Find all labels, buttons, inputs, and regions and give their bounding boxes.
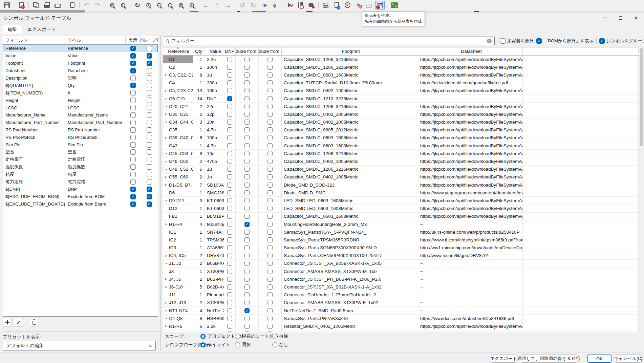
field-groupby-checkbox[interactable] — [147, 53, 152, 59]
radio-icon[interactable] — [200, 342, 206, 347]
field-groupby-checkbox[interactable] — [147, 172, 152, 177]
bom-reference-cell[interactable]: >C5, C23-C26, C28, C2 — [163, 87, 193, 94]
find-icon[interactable] — [107, 1, 117, 9]
bom-exclude-board-checkbox[interactable] — [244, 261, 250, 266]
field-label-cell[interactable]: RS Price/Stock — [65, 135, 126, 140]
bom-datasheet-cell[interactable]: https://jlcpcb.com/api/file/downloadByFi… — [418, 63, 523, 71]
bom-dnp-checkbox[interactable] — [227, 112, 232, 117]
bom-value-cell[interactable]: 22u — [205, 103, 224, 110]
bom-dnp-checkbox[interactable] — [227, 324, 232, 329]
bom-footprint-cell[interactable]: Capacitor_THT:CP_Radial_D10.0mm_P5.00mm — [282, 79, 418, 87]
bom-header-value[interactable]: Value — [205, 47, 224, 55]
field-name-cell[interactable]: LCSC — [3, 105, 65, 110]
bom-dnp-checkbox[interactable] — [227, 127, 232, 132]
bom-reference-cell[interactable]: >C39, C40, C47, C51, C — [163, 134, 193, 142]
bom-value-cell[interactable]: 1u — [205, 166, 224, 173]
bom-header-dnp[interactable]: DNP — [224, 47, 236, 55]
field-label-cell[interactable]: 温度係数 — [65, 164, 126, 170]
field-row[interactable]: LCSC LCSC — [3, 104, 158, 111]
bom-reference-cell[interactable]: J3 — [163, 268, 193, 275]
bom-footprint-cell[interactable]: LED_SMD:LED_0603_1608Metric — [282, 205, 418, 212]
field-groupby-checkbox[interactable] — [147, 83, 152, 88]
bom-exclude-bom-checkbox[interactable] — [267, 316, 273, 321]
bom-value-cell[interactable]: 1u — [205, 71, 224, 79]
field-show-checkbox[interactable] — [130, 164, 136, 170]
bom-value-cell[interactable]: 12p — [205, 110, 224, 118]
field-label-cell[interactable]: Exclude from Board — [65, 201, 126, 207]
bom-footprint-cell[interactable]: Capacitor_SMD:C_1206_3216Metric — [282, 166, 418, 173]
bom-exclude-board-checkbox[interactable] — [244, 167, 250, 172]
bom-value-cell[interactable]: 470p — [205, 157, 224, 165]
bom-exclude-board-checkbox[interactable] — [244, 143, 250, 148]
bom-row[interactable]: C1 1 2.2u Capacitor_SMD:C_1206_3216Metri… — [163, 56, 639, 63]
bom-row[interactable]: >H1-H4 4 MountingHole MountingHole:Mount… — [163, 220, 639, 228]
bom-dnp-checkbox[interactable] — [227, 253, 232, 258]
expand-chevron-icon[interactable]: > — [165, 151, 169, 155]
field-groupby-checkbox[interactable] — [147, 105, 152, 110]
bom-exclude-board-checkbox[interactable] — [244, 284, 250, 290]
bom-qty-cell[interactable]: 1 — [193, 189, 205, 196]
expand-chevron-icon[interactable]: > — [165, 167, 169, 171]
expand-chevron-icon[interactable]: > — [165, 301, 169, 305]
bom-reference-cell[interactable]: >D9-D11 — [163, 197, 193, 204]
bom-row[interactable]: J3 1 XT30PW-M Connector_AMASS:AMASS_XT30… — [163, 268, 639, 275]
bom-reference-cell[interactable]: C35 — [163, 126, 193, 134]
fields-header-groupby[interactable]: グループ化 — [141, 36, 158, 44]
bom-footprint-cell[interactable]: SamacSys_Parts:RGY-_S-PVQFN-N14_ — [282, 228, 418, 236]
field-row[interactable]: Footprint Footprint — [3, 60, 158, 67]
bom-reference-cell[interactable]: C2 — [163, 63, 193, 71]
bom-exclude-board-checkbox[interactable] — [244, 324, 250, 329]
ok-button[interactable]: OK — [587, 355, 611, 363]
bom-datasheet-cell[interactable]: ~ — [418, 307, 523, 314]
bom-qty-cell[interactable]: 1 — [193, 236, 205, 243]
apply-save-button[interactable]: 適用して、回路図の保存 & 続行 — [521, 355, 577, 363]
expand-chevron-icon[interactable]: > — [165, 112, 169, 116]
bom-datasheet-cell[interactable]: https://jlcpcb.com/api/file/downloadByFi… — [418, 173, 523, 181]
bom-exclude-bom-checkbox[interactable] — [267, 159, 273, 164]
bom-qty-cell[interactable]: 14 — [193, 95, 205, 102]
field-show-checkbox[interactable] — [130, 105, 136, 110]
schematic-setup-icon[interactable] — [17, 1, 26, 9]
bom-qty-cell[interactable]: 7 — [193, 181, 205, 189]
bom-value-cell[interactable]: NetTie_2 — [205, 307, 224, 314]
field-groupby-checkbox[interactable] — [147, 98, 152, 103]
bom-qty-cell[interactable]: 2 — [193, 275, 205, 283]
fields-header-label[interactable]: ラベル — [65, 36, 126, 44]
bom-footprint-cell[interactable]: Connector_AMASS:AMASS_XT30PW-F_1x02 — [282, 299, 418, 306]
bom-footprint-cell[interactable]: Capacitor_SMD:C_1210_3225Metric — [282, 95, 418, 102]
bom-row[interactable]: >J6-J10 5 B02B-XASK-1 Connector_JST:JST_… — [163, 283, 639, 291]
bom-qty-cell[interactable]: 2 — [193, 260, 205, 267]
bom-exclude-bom-checkbox[interactable] — [267, 167, 273, 172]
field-name-cell[interactable]: Value — [3, 53, 65, 58]
field-name-cell[interactable]: Footprint — [3, 61, 65, 66]
bom-exclude-board-checkbox[interactable] — [244, 198, 250, 203]
bom-header-exclude-bom[interactable]: Exclude from B... — [259, 47, 282, 55]
bom-reference-cell[interactable]: >C30, C31 — [163, 110, 193, 118]
bom-footprint-cell[interactable]: SamacSys_Parts:QFN50P400X400X100-25N-D — [282, 252, 418, 259]
nav-forward-icon[interactable] — [223, 1, 233, 9]
bom-reference-cell[interactable]: >D1-D5, D7, D8 — [163, 181, 193, 189]
bom-dnp-checkbox[interactable] — [227, 308, 232, 313]
bom-value-cell[interactable] — [205, 330, 224, 332]
bom-exclude-board-checkbox[interactable] — [244, 159, 250, 164]
bom-header-exclude-board[interactable]: Exclude from B... — [236, 47, 259, 55]
field-row[interactable]: Description 説明 — [3, 74, 158, 82]
bom-datasheet-cell[interactable]: https://jlcpcb.com/api/file/downloadByFi… — [418, 181, 523, 189]
bom-footprint-cell[interactable]: Capacitor_SMD:C_0402_1005Metric — [282, 110, 418, 118]
bom-exclude-board-checkbox[interactable] — [244, 300, 250, 305]
field-label-cell[interactable]: 電力定格 — [65, 179, 126, 185]
bom-footprint-cell[interactable]: Diode_SMD:D_SOD-323 — [282, 181, 418, 189]
bom-dnp-checkbox[interactable] — [227, 120, 232, 125]
bom-header-footprint[interactable]: Footprint — [282, 47, 418, 55]
field-row[interactable]: ${QUANTITY} Qty — [3, 82, 158, 89]
bom-reference-cell[interactable]: >NT1-NT4 — [163, 307, 193, 314]
bom-row[interactable]: >J4, J5 2 B6B-PH-K-S Connector_JST:JST_P… — [163, 275, 639, 283]
bom-row[interactable]: >C5, C23-C26, C28, C2 13 100n Capacitor_… — [163, 87, 639, 95]
bom-dnp-checkbox[interactable] — [227, 143, 232, 148]
field-name-cell[interactable]: Datasheet — [3, 68, 65, 73]
bom-exclude-bom-checkbox[interactable] — [267, 104, 273, 109]
bom-value-cell[interactable]: 1n — [205, 173, 224, 181]
bom-footprint-cell[interactable]: Capacitor_SMD:C_0603_1608Metric — [282, 134, 418, 142]
field-groupby-checkbox[interactable] — [147, 90, 152, 95]
field-show-checkbox[interactable] — [130, 53, 136, 59]
